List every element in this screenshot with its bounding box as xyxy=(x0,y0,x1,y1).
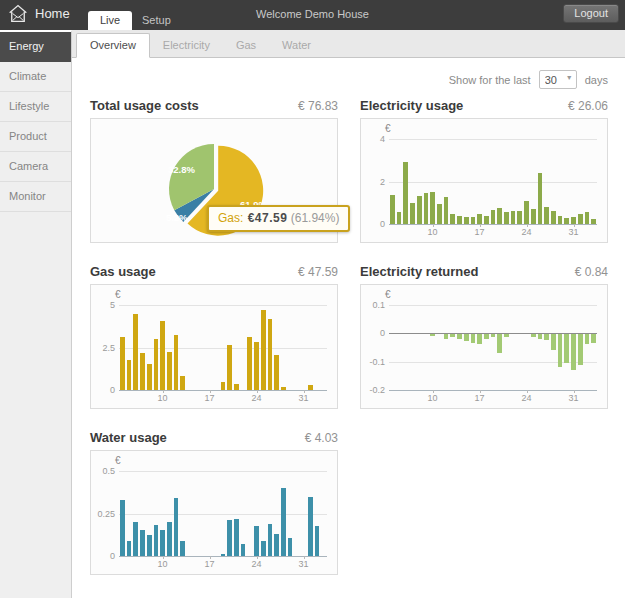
bar[interactable] xyxy=(571,217,576,224)
bar[interactable] xyxy=(551,211,556,224)
bar[interactable] xyxy=(491,210,496,224)
bar[interactable] xyxy=(417,196,422,224)
bar[interactable] xyxy=(281,488,286,556)
bar[interactable] xyxy=(247,337,252,390)
bar[interactable] xyxy=(127,360,132,390)
bar[interactable] xyxy=(180,376,185,390)
bar[interactable] xyxy=(551,334,556,350)
bar[interactable] xyxy=(288,538,293,556)
bar[interactable] xyxy=(410,203,415,224)
logout-button[interactable]: Logout xyxy=(563,4,619,23)
bar[interactable] xyxy=(531,209,536,224)
bar[interactable] xyxy=(564,218,569,224)
sidebar-item-energy[interactable]: Energy xyxy=(0,32,71,62)
bar[interactable] xyxy=(544,334,549,340)
bar[interactable] xyxy=(174,335,179,390)
bar[interactable] xyxy=(221,382,226,390)
bar[interactable] xyxy=(444,197,449,224)
bar[interactable] xyxy=(517,211,522,224)
bar[interactable] xyxy=(484,216,489,225)
bar[interactable] xyxy=(538,334,543,338)
bar[interactable] xyxy=(308,385,313,390)
bar[interactable] xyxy=(437,204,442,224)
bar[interactable] xyxy=(477,334,482,344)
bar[interactable] xyxy=(538,173,543,224)
bar[interactable] xyxy=(154,525,159,556)
bar[interactable] xyxy=(430,192,435,224)
bar[interactable] xyxy=(390,195,395,224)
bar[interactable] xyxy=(221,554,226,556)
bar[interactable] xyxy=(424,193,429,224)
bar[interactable] xyxy=(591,334,596,343)
bar[interactable] xyxy=(457,334,462,338)
bar[interactable] xyxy=(154,339,159,390)
bar[interactable] xyxy=(464,217,469,224)
bar[interactable] xyxy=(504,212,509,224)
bar[interactable] xyxy=(544,207,549,224)
bar[interactable] xyxy=(261,310,266,390)
bar[interactable] xyxy=(484,334,489,338)
bar[interactable] xyxy=(524,201,529,224)
bar[interactable] xyxy=(147,535,152,556)
bar[interactable] xyxy=(160,530,165,556)
bar[interactable] xyxy=(127,541,132,556)
bar[interactable] xyxy=(133,522,138,556)
bar[interactable] xyxy=(558,334,563,367)
bar[interactable] xyxy=(140,530,145,556)
sidebar-item-camera[interactable]: Camera xyxy=(0,152,71,182)
days-select[interactable]: 30 xyxy=(540,71,576,88)
bar[interactable] xyxy=(174,498,179,556)
tab-overview[interactable]: Overview xyxy=(76,33,150,58)
tab-water[interactable]: Water xyxy=(269,34,324,57)
bar[interactable] xyxy=(254,526,259,556)
bar[interactable] xyxy=(234,384,239,390)
bar[interactable] xyxy=(227,520,232,556)
bar[interactable] xyxy=(497,334,502,352)
bar[interactable] xyxy=(511,211,516,224)
bar[interactable] xyxy=(120,337,125,390)
bar[interactable] xyxy=(471,217,476,224)
bar[interactable] xyxy=(477,214,482,224)
bar[interactable] xyxy=(227,345,232,390)
bar[interactable] xyxy=(585,212,590,224)
bar[interactable] xyxy=(241,544,246,556)
tab-electricity[interactable]: Electricity xyxy=(150,34,223,57)
bar[interactable] xyxy=(497,208,502,224)
sidebar-item-lifestyle[interactable]: Lifestyle xyxy=(0,92,71,122)
bar[interactable] xyxy=(147,364,152,390)
bar[interactable] xyxy=(491,334,496,337)
bar[interactable] xyxy=(234,519,239,556)
bar[interactable] xyxy=(160,321,165,390)
bar[interactable] xyxy=(167,352,172,390)
bar[interactable] xyxy=(315,526,320,556)
bar[interactable] xyxy=(571,334,576,369)
bar[interactable] xyxy=(450,334,455,337)
bar[interactable] xyxy=(140,353,145,390)
bar[interactable] xyxy=(591,219,596,224)
bar[interactable] xyxy=(254,342,259,390)
bar[interactable] xyxy=(450,214,455,224)
bar[interactable] xyxy=(558,216,563,225)
bar[interactable] xyxy=(120,500,125,556)
bar[interactable] xyxy=(274,534,279,556)
bar[interactable] xyxy=(167,522,172,556)
bar[interactable] xyxy=(564,334,569,362)
bar[interactable] xyxy=(464,334,469,341)
bar[interactable] xyxy=(531,334,536,337)
tab-gas[interactable]: Gas xyxy=(223,34,269,57)
bar[interactable] xyxy=(281,387,286,390)
bar[interactable] xyxy=(471,334,476,343)
bar[interactable] xyxy=(261,541,266,556)
bar[interactable] xyxy=(397,212,402,224)
bar[interactable] xyxy=(585,334,590,344)
bar[interactable] xyxy=(430,334,435,335)
bar[interactable] xyxy=(268,319,273,390)
bar[interactable] xyxy=(133,314,138,391)
bar[interactable] xyxy=(578,334,583,365)
sidebar-item-monitor[interactable]: Monitor xyxy=(0,182,71,212)
sidebar-item-climate[interactable]: Climate xyxy=(0,62,71,92)
bar[interactable] xyxy=(444,334,449,338)
bar[interactable] xyxy=(403,162,408,224)
bar[interactable] xyxy=(504,334,509,337)
bar[interactable] xyxy=(308,497,313,556)
